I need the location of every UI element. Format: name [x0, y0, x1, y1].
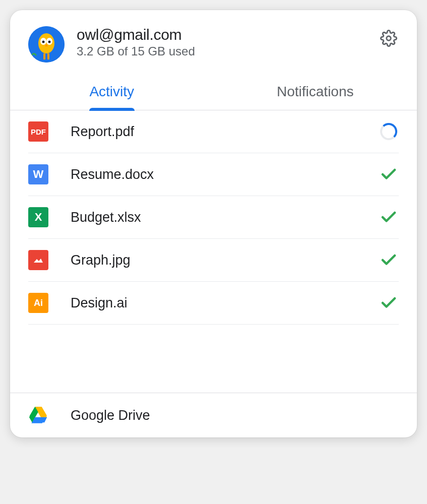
settings-button[interactable]: [379, 28, 399, 48]
status-done: [379, 293, 399, 313]
word-icon: W: [28, 164, 48, 184]
gear-icon: [380, 30, 397, 47]
drive-widget-card: owl@gmail.com 3.2 GB of 15 GB used Activ…: [10, 10, 417, 437]
svg-rect-7: [43, 53, 45, 59]
file-name: Resume.docx: [71, 167, 379, 182]
footer[interactable]: Google Drive: [10, 393, 417, 437]
file-row[interactable]: PDF Report.pdf: [28, 110, 399, 153]
file-name: Design.ai: [71, 295, 379, 311]
status-done: [379, 207, 399, 227]
tab-activity[interactable]: Activity: [10, 75, 214, 110]
file-row[interactable]: Ai Design.ai: [28, 282, 399, 325]
file-name: Budget.xlsx: [71, 210, 379, 225]
check-icon: [380, 165, 398, 183]
drive-icon: [28, 406, 48, 424]
account-email: owl@gmail.com: [77, 26, 379, 43]
svg-point-9: [387, 36, 391, 41]
image-icon: [28, 250, 48, 270]
pdf-icon: PDF: [28, 121, 48, 142]
file-row[interactable]: X Budget.xlsx: [28, 196, 399, 239]
check-icon: [380, 251, 398, 269]
file-row[interactable]: Graph.jpg: [28, 239, 399, 282]
file-name: Report.pdf: [71, 124, 379, 140]
file-name: Graph.jpg: [71, 253, 379, 268]
file-list: PDF Report.pdf W Resume.docx X Budget.xl…: [10, 110, 417, 393]
footer-label: Google Drive: [71, 408, 150, 423]
svg-point-4: [42, 41, 45, 43]
svg-point-5: [48, 41, 51, 43]
excel-icon: X: [28, 207, 48, 227]
status-done: [379, 250, 399, 270]
tabs: Activity Notifications: [10, 75, 417, 110]
tab-notifications[interactable]: Notifications: [214, 75, 417, 110]
storage-usage: 3.2 GB of 15 GB used: [77, 44, 379, 58]
illustrator-icon: Ai: [28, 293, 48, 313]
spinner-icon: [380, 123, 397, 140]
avatar[interactable]: [28, 26, 65, 62]
account-header: owl@gmail.com 3.2 GB of 15 GB used: [10, 10, 417, 75]
check-icon: [380, 208, 398, 226]
account-info: owl@gmail.com 3.2 GB of 15 GB used: [77, 26, 379, 58]
file-row[interactable]: W Resume.docx: [28, 153, 399, 196]
status-loading: [379, 121, 399, 142]
status-done: [379, 164, 399, 184]
svg-rect-8: [47, 53, 49, 59]
check-icon: [380, 294, 398, 312]
